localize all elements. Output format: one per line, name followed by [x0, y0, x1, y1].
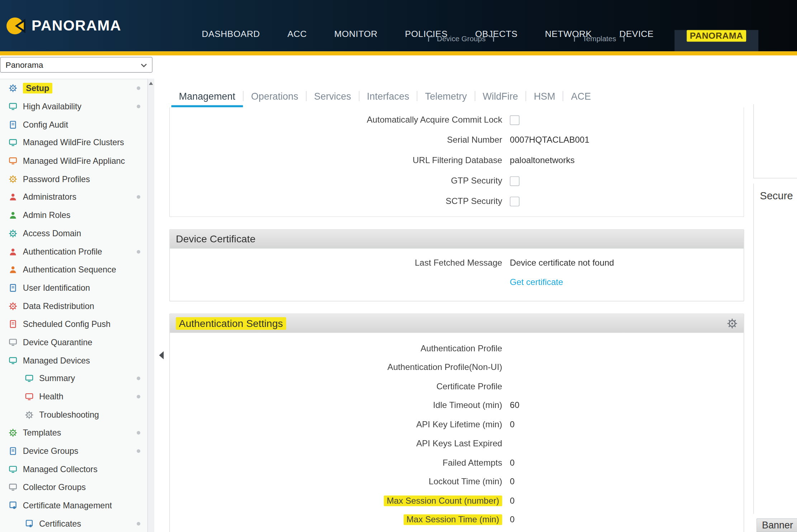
sidebar-item-authentication-sequence[interactable]: Authentication Sequence [0, 261, 153, 279]
context-selector-value: Panorama [6, 60, 43, 70]
sidebar-item-administrators[interactable]: Administrators [0, 188, 153, 206]
secure-panel-title: Secure [760, 190, 793, 201]
tab-wildfire[interactable]: WildFire [475, 88, 526, 107]
device-groups-icon [8, 447, 18, 455]
sidebar-item-certificates[interactable]: Certificates [0, 514, 153, 532]
authentication-sequence-icon [8, 265, 18, 274]
scheduled-config-push-icon [8, 320, 18, 328]
settings-gear-icon[interactable] [727, 318, 737, 329]
status-dot [137, 522, 140, 526]
summary-icon [24, 374, 34, 383]
status-dot [137, 431, 140, 435]
sidebar-item-data-redistribution[interactable]: Data Redistribution [0, 297, 153, 315]
sidebar-item-certificate-management[interactable]: Certificate Management [0, 497, 153, 515]
templates-icon [8, 429, 18, 437]
lockout-time-label: Lockout Time (min) [170, 477, 510, 487]
banner-panel-title: Banner [762, 520, 793, 531]
gtp-security-label: GTP Security [170, 176, 510, 186]
bracket-left-icon [428, 36, 433, 42]
sidebar-item-health[interactable]: Health [0, 388, 153, 406]
certificate-management-icon [8, 501, 18, 510]
scroll-up-arrow-icon[interactable] [148, 79, 154, 88]
form-row: API Keys Last Expired [170, 434, 744, 453]
status-dot [137, 250, 140, 253]
api-keys-last-expired-label: API Keys Last Expired [170, 439, 510, 449]
form-row: Certificate Profile [170, 377, 744, 396]
sidebar-item-summary[interactable]: Summary [0, 370, 153, 388]
user-identification-icon [8, 284, 18, 292]
tab-ace[interactable]: ACE [563, 88, 598, 107]
nav-monitor[interactable]: MONITOR [321, 29, 391, 51]
secure-communication-panel: Secure [753, 184, 797, 514]
general-settings-panel: Automatically Acquire Commit Lock Serial… [169, 107, 744, 217]
tab-services[interactable]: Services [307, 88, 359, 107]
chevron-down-icon [140, 61, 148, 69]
authentication-profile-nonui-label: Authentication Profile(Non-UI) [170, 362, 510, 372]
sidebar-item-password-profiles[interactable]: Password Profiles [0, 170, 153, 188]
sidebar-item-managed-wildfire-clusters[interactable]: Managed WildFire Clusters [0, 134, 153, 152]
tab-telemetry[interactable]: Telemetry [417, 88, 474, 107]
max-session-time-label: Max Session Time (min) [403, 514, 502, 525]
sidebar-item-authentication-profile[interactable]: Authentication Profile [0, 243, 153, 261]
form-row: Get certificate [170, 273, 744, 292]
tab-management[interactable]: Management [171, 88, 243, 107]
nav-acc[interactable]: ACC [274, 29, 321, 51]
sidebar-item-device-quarantine[interactable]: Device Quarantine [0, 333, 153, 351]
sidebar-item-access-domain[interactable]: Access Domain [0, 224, 153, 243]
form-row: Max Session Time (min) 0 [170, 510, 744, 529]
bracket-right-icon [620, 36, 625, 42]
collector-groups-icon [8, 483, 18, 492]
status-dot [137, 377, 140, 380]
get-certificate-link[interactable]: Get certificate [510, 277, 563, 288]
nav-dashboard[interactable]: DASHBOARD [188, 29, 274, 51]
certificates-icon [24, 519, 34, 528]
bracket-left-icon [574, 36, 579, 42]
sidebar-item-managed-devices[interactable]: Managed Devices [0, 351, 153, 370]
tab-hsm[interactable]: HSM [526, 88, 563, 107]
setup-gear-icon [8, 84, 18, 92]
form-row: Max Session Count (number) 0 [170, 491, 744, 510]
sidebar-item-collector-groups[interactable]: Collector Groups [0, 478, 153, 497]
sidebar-item-scheduled-config-push[interactable]: Scheduled Config Push [0, 315, 153, 333]
sctp-security-label: SCTP Security [170, 196, 510, 206]
right-panel-top [753, 104, 797, 179]
panorama-logo-icon [6, 16, 25, 35]
sidebar-item-templates[interactable]: Templates [0, 424, 153, 442]
url-filtering-database-value: paloaltonetworks [510, 156, 575, 166]
max-session-count-label: Max Session Count (number) [384, 495, 502, 506]
sctp-security-checkbox[interactable] [510, 196, 520, 206]
sidebar-item-setup[interactable]: Setup [0, 79, 153, 98]
form-row: GTP Security [170, 171, 744, 191]
tab-interfaces[interactable]: Interfaces [359, 88, 417, 107]
commit-lock-checkbox[interactable] [510, 115, 520, 125]
device-certificate-panel: Device Certificate Last Fetched Message … [169, 229, 744, 301]
nav-group-templates: Templates NETWORK DEVICE [531, 29, 668, 51]
failed-attempts-value: 0 [510, 458, 514, 468]
sidebar-item-admin-roles[interactable]: Admin Roles [0, 206, 153, 224]
banner-panel-header: Banner [756, 518, 797, 532]
sidebar-item-device-groups[interactable]: Device Groups [0, 442, 153, 460]
api-key-lifetime-label: API Key Lifetime (min) [170, 420, 510, 430]
sidebar-collapse-handle[interactable] [159, 351, 164, 360]
gtp-security-checkbox[interactable] [510, 176, 520, 186]
nav-menu: DASHBOARD ACC MONITOR Device Groups POLI… [188, 0, 759, 51]
context-selector[interactable]: Panorama [0, 57, 152, 73]
brand-gold-stripe [0, 51, 797, 55]
idle-timeout-value: 60 [510, 401, 520, 411]
form-row: Failed Attempts 0 [170, 453, 744, 472]
sidebar-item-config-audit[interactable]: Config Audit [0, 115, 153, 134]
sidebar-item-user-identification[interactable]: User Identification [0, 279, 153, 297]
max-session-time-value: 0 [510, 515, 514, 525]
sidebar-item-troubleshooting[interactable]: Troubleshooting [0, 406, 153, 424]
sidebar-item-managed-wildfire-appliances[interactable]: Managed WildFire Applianc [0, 152, 153, 170]
authentication-settings-panel: Authentication Settings Authentication P… [169, 314, 744, 532]
nav-panorama[interactable]: PANORAMA [674, 30, 758, 52]
wildfire-appliances-icon [8, 157, 18, 165]
url-filtering-database-label: URL Filtering Database [170, 156, 510, 166]
tab-operations[interactable]: Operations [243, 88, 306, 107]
sidebar-item-high-availability[interactable]: High Availability [0, 98, 153, 116]
sidebar-scrollbar[interactable] [147, 79, 154, 532]
sidebar-item-managed-collectors[interactable]: Managed Collectors [0, 460, 153, 479]
serial-number-label: Serial Number [170, 135, 510, 145]
managed-collectors-icon [8, 465, 18, 474]
